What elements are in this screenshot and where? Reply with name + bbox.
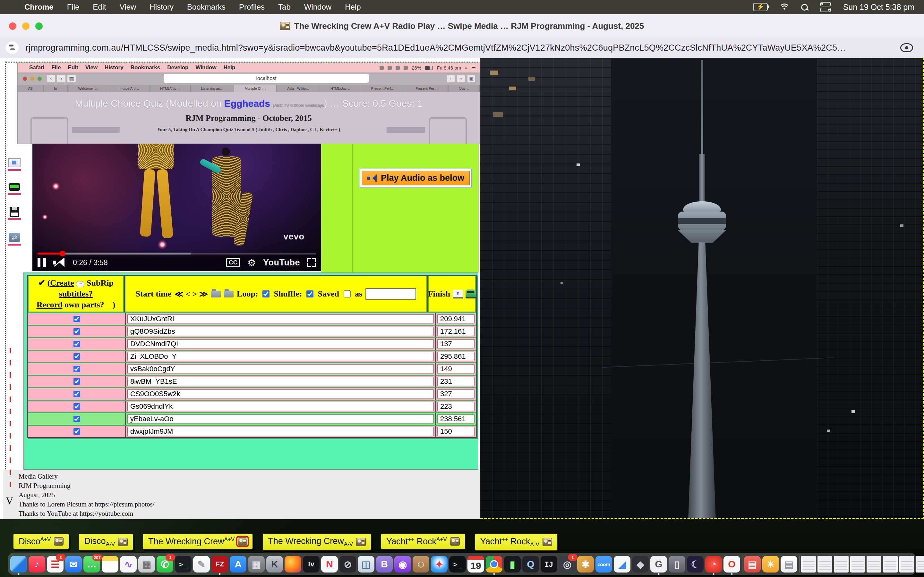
pause-button[interactable] — [37, 258, 46, 268]
dock-icon-blocked-app[interactable]: ⊘ — [339, 556, 356, 572]
menu-item-bookmarks[interactable]: Bookmarks — [187, 3, 226, 11]
video-id-input[interactable] — [128, 377, 434, 386]
minimized-window-thumbnail[interactable] — [817, 556, 832, 572]
train-icon[interactable] — [465, 290, 476, 298]
dock-icon-art-app[interactable]: ✱ — [577, 556, 594, 572]
dock-icon-textedit[interactable]: ✎ — [193, 556, 210, 572]
video-id-input[interactable] — [128, 414, 434, 424]
minimized-window-thumbnail[interactable] — [899, 556, 914, 572]
dock-icon-news[interactable]: N — [321, 556, 338, 572]
row-checkbox[interactable] — [73, 391, 80, 397]
folder-icon[interactable] — [211, 291, 221, 298]
battery-charging-icon[interactable]: ⚡ — [753, 3, 768, 11]
dock-icon-notes[interactable] — [102, 556, 118, 572]
menu-item-window[interactable]: Window — [304, 3, 331, 11]
minimized-window-thumbnail[interactable] — [801, 556, 816, 572]
video-progress-bar[interactable] — [37, 253, 316, 255]
row-checkbox[interactable] — [73, 328, 80, 335]
video-id-input[interactable] — [128, 340, 434, 348]
record-link[interactable]: Record — [37, 300, 63, 309]
playlist-button[interactable]: Yacht++ RockA-V — [475, 533, 558, 551]
dock-icon-firefox[interactable] — [284, 556, 301, 572]
finish-time-input[interactable] — [437, 427, 475, 436]
dock-icon-bbedit[interactable]: B — [376, 556, 393, 572]
dock-icon-apple-tv[interactable]: tv — [303, 556, 320, 572]
email-icon[interactable]: E — [453, 290, 463, 298]
dock-icon-finder[interactable] — [10, 556, 27, 572]
dock-icon-quicktime[interactable]: Q — [522, 556, 539, 572]
email-icon[interactable] — [8, 156, 21, 171]
minimized-window-thumbnail[interactable] — [850, 556, 865, 572]
dock-icon-facetime[interactable]: ✆1 — [157, 556, 173, 572]
dock-icon-intellij[interactable]: IJ — [541, 556, 557, 572]
playlist-button[interactable]: Yacht++ RockA+V — [381, 533, 465, 550]
dock-icon-moon-app[interactable]: ☾ — [687, 556, 704, 572]
youtube-logo[interactable]: YouTube — [263, 258, 300, 268]
video-id-input[interactable] — [128, 390, 434, 398]
playlist-button[interactable]: DiscoA+V — [13, 533, 69, 550]
menu-item-history[interactable]: History — [150, 3, 174, 11]
dock-icon-dark-app[interactable]: ▮ — [504, 556, 521, 572]
row-checkbox[interactable] — [73, 341, 80, 347]
dock-icon-safari[interactable]: ✦ — [431, 556, 447, 572]
playlist-button[interactable]: The Wrecking CrewA+V — [142, 533, 253, 550]
row-checkbox[interactable] — [73, 403, 80, 410]
closed-captions-button[interactable]: CC — [226, 258, 240, 268]
video-id-input[interactable] — [128, 364, 434, 374]
muted-volume-icon[interactable] — [52, 258, 66, 268]
dock-icon-contacts[interactable]: ☺ — [413, 556, 429, 572]
dock-icon-reminders[interactable]: ☰3 — [47, 556, 63, 572]
menu-item-help[interactable]: Help — [345, 3, 360, 11]
dock-icon-opera[interactable]: O — [724, 556, 740, 572]
row-checkbox[interactable] — [73, 428, 80, 435]
row-checkbox[interactable] — [73, 353, 80, 359]
dock-icon-inkscape[interactable]: ◆ — [632, 556, 649, 572]
finish-time-input[interactable] — [437, 390, 475, 398]
menu-item-tab[interactable]: Tab — [278, 3, 291, 11]
video-id-input[interactable] — [128, 327, 434, 336]
finish-time-input[interactable] — [437, 402, 475, 411]
dock-icon-preview[interactable]: ◫ — [358, 556, 375, 572]
pager-icon[interactable] — [8, 181, 21, 195]
fullscreen-button[interactable] — [307, 258, 316, 267]
row-checkbox[interactable] — [73, 366, 80, 372]
row-checkbox[interactable] — [73, 378, 80, 385]
finish-time-input[interactable] — [437, 377, 475, 386]
create-link[interactable]: Create — [50, 278, 74, 287]
saved-checkbox[interactable] — [344, 290, 351, 298]
dock-icon-speedtest[interactable]: ◔ — [705, 556, 722, 572]
dock-icon-key-utility[interactable]: K — [266, 556, 283, 572]
dock-icon-zoom[interactable]: zoom — [596, 556, 612, 572]
minimized-window-thumbnail[interactable] — [916, 556, 924, 572]
row-checkbox[interactable] — [73, 316, 80, 322]
menu-item-file[interactable]: File — [67, 3, 79, 11]
minimize-window-button[interactable] — [22, 23, 29, 30]
dock-icon-mail[interactable]: ✉ — [65, 556, 82, 572]
video-id-input[interactable] — [128, 427, 434, 436]
eye-icon[interactable] — [900, 43, 913, 52]
dock-icon-freeform[interactable]: ∿ — [120, 556, 137, 572]
dock-icon-iphone-mirroring[interactable]: ▯ — [669, 556, 685, 572]
dock-icon-iterm[interactable]: >_ — [449, 556, 466, 572]
dock-icon-calendar[interactable]: 19 — [467, 556, 484, 572]
dock-icon-chrome[interactable] — [486, 556, 502, 572]
dock-icon-device-utility[interactable]: ▦ — [248, 556, 265, 572]
finish-time-input[interactable] — [437, 340, 475, 348]
dock-icon-messages[interactable]: …207 — [83, 556, 100, 572]
subtitles-link[interactable]: subtitles? — [59, 289, 93, 298]
video-id-input[interactable] — [128, 352, 434, 361]
close-window-button[interactable] — [9, 23, 16, 30]
zoom-window-button[interactable] — [35, 23, 43, 30]
menu-item-view[interactable]: View — [120, 3, 136, 11]
dock-icon-music[interactable]: ♪ — [29, 556, 45, 572]
loop-checkbox[interactable] — [262, 290, 270, 298]
dock-icon-filezilla[interactable]: FZ — [212, 556, 228, 572]
dock-icon-folder-yellow[interactable]: ☀ — [762, 556, 779, 572]
youtube-video-player[interactable]: vevo 0:26 / 3:58 CC ⚙ YouTube — [32, 143, 321, 271]
embedded-safari-screenshot[interactable]: SafariFileEditViewHistoryBookmarksDevelo… — [18, 63, 480, 143]
playlist-button[interactable]: The Wrecking CrewA-V — [262, 533, 372, 551]
save-as-input[interactable] — [365, 288, 416, 300]
shuffle-checkbox[interactable] — [306, 290, 313, 298]
dock-icon-app-store[interactable]: A — [230, 556, 246, 572]
row-checkbox[interactable] — [73, 416, 80, 422]
